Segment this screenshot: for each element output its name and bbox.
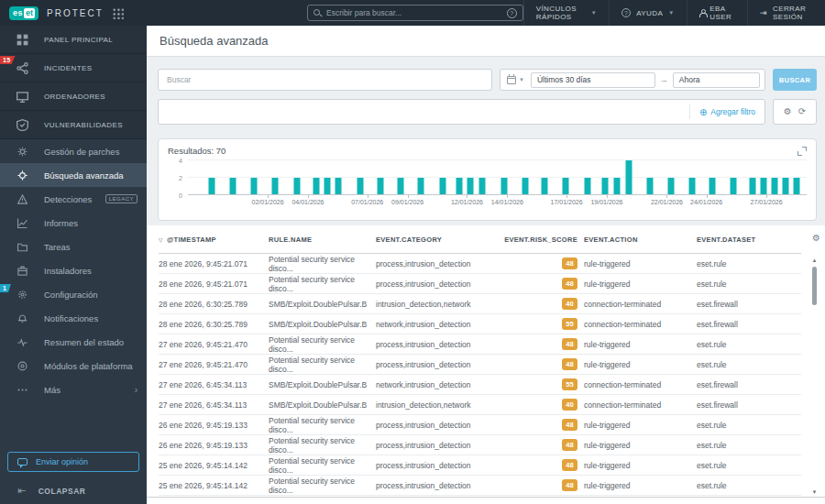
column-settings-gear-icon[interactable]: ⚙ (812, 234, 820, 243)
sidebar-item-panel-principal[interactable]: PANEL PRINCIPAL (0, 26, 147, 54)
send-feedback-button[interactable]: Enviar opinión (7, 452, 139, 472)
sidebar-item-gestion-de-parches[interactable]: Gestión de parches (0, 139, 147, 163)
cell-risk: 48 (507, 479, 578, 491)
user-menu[interactable]: EBA USER (687, 0, 748, 26)
x-tick-label: 27/01/2026 (751, 199, 783, 205)
x-tick-label: 19/01/2026 (590, 199, 622, 205)
main-area: Búsqueda avanzada ▼ → BUSCAR (147, 26, 825, 504)
date-to-input[interactable] (673, 72, 760, 88)
sidebar-item-configuracion[interactable]: 1Configuración (0, 282, 147, 306)
column-header-rule[interactable]: RULE.NAME (269, 236, 376, 244)
status-icon (0, 337, 44, 347)
app-grid-icon[interactable] (112, 7, 124, 19)
table-row[interactable]: 26 ene 2026, 9:45:19.133Potential securi… (159, 415, 801, 435)
scroll-up-icon[interactable]: ▲ (810, 257, 819, 263)
scroll-down-icon[interactable]: ▼ (810, 489, 819, 495)
sidebar-item-modulos-de-plataforma[interactable]: Módulos de plataforma (0, 354, 147, 378)
filter-bar: ⊕ Agregar filtro (158, 99, 765, 125)
cell-rule: SMB/Exploit.DoublePulsar.B (269, 300, 376, 309)
table-row[interactable]: 27 ene 2026, 6:45:34.113SMB/Exploit.Doub… (159, 375, 801, 395)
sidebar-item-ordenadores[interactable]: ORDENADORES (0, 82, 147, 111)
date-from-input[interactable] (531, 72, 655, 88)
y-tick-label: 0 (179, 192, 182, 199)
cell-category: process,intrusion_detection (376, 421, 507, 430)
risk-score-badge: 48 (562, 479, 578, 491)
column-header-dataset[interactable]: EVENT.DATASET (690, 236, 801, 244)
scrollbar-thumb[interactable] (812, 267, 817, 305)
sidebar-item-resumen-del-estado[interactable]: Resumen del estado (0, 330, 147, 354)
gear-icon[interactable]: ⚙ (784, 107, 792, 116)
sidebar-item-label: VULNERABILIDADES (44, 121, 123, 129)
histogram-bar (646, 178, 653, 195)
cell-dataset: eset.firewall (690, 380, 801, 389)
x-tick-label: 04/01/2026 (292, 199, 324, 205)
table-row[interactable]: 27 ene 2026, 6:45:34.113SMB/Exploit.Doub… (159, 395, 801, 415)
cell-action: rule-triggered (578, 279, 690, 289)
collapse-button[interactable]: ⇤ COLAPSAR (7, 485, 139, 497)
cell-category: intrusion_detection,network (376, 300, 507, 309)
sidebar-item-vulnerabilidades[interactable]: VULNERABILIDADES (0, 111, 147, 139)
table-row[interactable]: 25 ene 2026, 9:45:14.142Potential securi… (159, 476, 801, 496)
table-row[interactable]: 26 ene 2026, 9:45:19.133Potential securi… (159, 435, 801, 455)
logout-button[interactable]: ⇥ CERRAR SESIÓN (747, 0, 825, 26)
table-row[interactable]: 28 ene 2026, 6:30:25.789SMB/Exploit.Doub… (159, 294, 801, 314)
page-title: Búsqueda avanzada (160, 34, 269, 48)
histogram-bar (667, 178, 674, 195)
refresh-icon[interactable]: ⟳ (798, 107, 806, 116)
table-row[interactable]: 28 ene 2026, 9:45:21.071Potential securi… (159, 254, 801, 274)
search-help-icon[interactable]: ? (507, 8, 517, 18)
help-icon: ? (622, 8, 631, 17)
histogram-bar (689, 178, 696, 195)
cell-risk: 48 (507, 278, 578, 290)
column-header-risk[interactable]: EVENT.RISK_SCORE (507, 236, 578, 244)
add-filter-button[interactable]: ⊕ Agregar filtro (689, 104, 764, 119)
vertical-scrollbar[interactable]: ▲ ▼ (810, 257, 819, 495)
search-button[interactable]: BUSCAR (773, 69, 817, 91)
calendar-picker-toggle[interactable]: ▼ (505, 75, 526, 84)
cell-dataset: eset.firewall (690, 400, 801, 410)
histogram-bar (749, 178, 755, 195)
topbar: eset PROTECT ? VÍNCULOS RÁPIDOS▼ ? AYUDA… (0, 0, 825, 26)
cell-category: intrusion_detection,network (376, 400, 507, 410)
sidebar-item-detecciones[interactable]: DeteccionesLEGACY (0, 187, 147, 211)
table-row[interactable]: 27 ene 2026, 9:45:21.470Potential securi… (159, 334, 801, 355)
cell-dataset: eset.rule (690, 441, 801, 450)
histogram-bar (251, 178, 258, 195)
risk-score-badge: 40 (562, 298, 578, 310)
patch-icon (0, 147, 44, 157)
sidebar-item-busqueda-avanzada[interactable]: Búsqueda avanzada (0, 163, 147, 187)
column-header-timestamp[interactable]: ▽@TIMESTAMP (159, 236, 269, 244)
sidebar-item-notificaciones[interactable]: Notificaciones (0, 306, 147, 330)
histogram-bar (479, 178, 486, 195)
global-search[interactable]: ? (307, 5, 523, 21)
column-header-category[interactable]: EVENT.CATEGORY (376, 236, 507, 244)
sidebar-item-informes[interactable]: Informes (0, 211, 147, 235)
histogram-bar (336, 178, 342, 195)
sidebar-item-label: ORDENADORES (44, 93, 105, 101)
feedback-bubble-icon (17, 458, 28, 466)
table-row[interactable]: 28 ene 2026, 6:30:25.789SMB/Exploit.Doub… (159, 314, 801, 334)
histogram-bar (208, 178, 214, 195)
table-row[interactable]: 27 ene 2026, 9:45:21.470Potential securi… (159, 355, 801, 375)
brand: eset PROTECT (0, 0, 307, 26)
sidebar-item-incidentes[interactable]: 15INCIDENTES (0, 54, 147, 82)
histogram-bar (440, 178, 446, 195)
expand-chart-icon[interactable] (798, 147, 807, 156)
sidebar-item-tareas[interactable]: Tareas (0, 235, 147, 258)
table-row[interactable]: 28 ene 2026, 9:45:21.071Potential securi… (159, 274, 801, 294)
results-panel: Resultados: 70 024 02/01/202604/01/20260… (158, 138, 817, 221)
help-menu[interactable]: ? AYUDA▼ (609, 0, 686, 26)
sidebar-item-mas[interactable]: Más› (0, 378, 147, 401)
sidebar-item-instaladores[interactable]: Instaladores (0, 258, 147, 282)
table-row[interactable]: 25 ene 2026, 9:45:14.142Potential securi… (159, 455, 801, 476)
sidebar-item-label: INCIDENTES (44, 64, 92, 72)
results-table: ▽@TIMESTAMPRULE.NAMEEVENT.CATEGORYEVENT.… (147, 225, 825, 504)
installers-icon (0, 266, 44, 276)
chart-plot (188, 160, 807, 195)
sidebar-item-label: Búsqueda avanzada (44, 170, 124, 181)
column-header-action[interactable]: EVENT.ACTION (578, 236, 690, 244)
cell-action: rule-triggered (578, 461, 690, 470)
query-input[interactable] (158, 69, 492, 91)
quick-links-menu[interactable]: VÍNCULOS RÁPIDOS▼ (523, 0, 609, 26)
global-search-input[interactable] (326, 8, 502, 17)
